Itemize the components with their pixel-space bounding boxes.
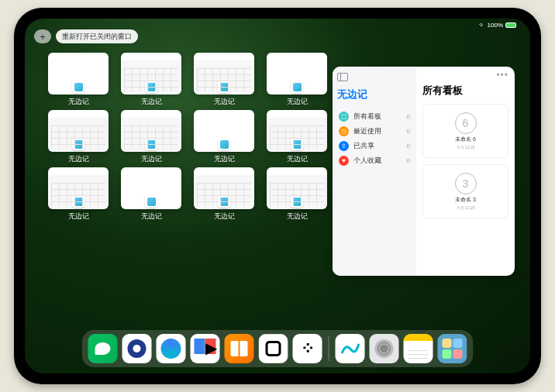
board-name: 未命名 6 — [455, 136, 476, 143]
window-label: 无边记 — [141, 211, 162, 222]
app-badge-icon — [145, 138, 157, 150]
sidebar-item[interactable]: ◷ 最近使用 0 — [337, 124, 412, 139]
sidebar-item-count: 0 — [407, 128, 410, 135]
reopen-label: 重新打开已关闭的窗口 — [62, 32, 132, 42]
window-thumbnail — [121, 167, 181, 209]
app-badge-icon — [218, 81, 230, 93]
panel-left-title: 无边记 — [337, 88, 412, 101]
screen: ᯤ 100% + 重新打开已关闭的窗口 无边记 无边记 无边记 — [25, 19, 530, 373]
panel-sidebar: 无边记 ▢ 所有看板 0 ◷ 最近使用 0 ⇧ 已共享 0 ♥ 个人收藏 0 — [333, 67, 416, 276]
panel-right-title: 所有看板 — [422, 84, 508, 98]
plus-icon: + — [40, 31, 46, 43]
board-card[interactable]: 6 未命名 6 今天 11:25 — [422, 104, 508, 158]
dock-app-app-library[interactable] — [438, 334, 467, 363]
app-window-tile[interactable]: 无边记 — [48, 53, 109, 107]
window-label: 无边记 — [287, 154, 308, 164]
sidebar-item-label: 已共享 — [353, 141, 374, 151]
app-badge-icon — [291, 81, 303, 93]
app-window-tile[interactable]: 无边记 — [48, 110, 109, 164]
app-window-tile[interactable]: 无边记 — [121, 53, 181, 107]
dock-app-xmind[interactable]: ⁘ — [293, 334, 322, 363]
app-window-tile[interactable]: 无边记 — [194, 167, 254, 222]
sidebar-item-icon: ⇧ — [339, 141, 349, 151]
sidebar-item-label: 所有看板 — [353, 112, 381, 122]
window-label: 无边记 — [287, 97, 308, 107]
window-thumbnail — [194, 167, 254, 209]
window-label: 无边记 — [214, 211, 235, 222]
dock-app-books[interactable] — [225, 334, 254, 363]
window-label: 无边记 — [68, 154, 89, 164]
app-badge-icon — [291, 195, 303, 208]
app-window-tile[interactable]: 无边记 — [194, 110, 254, 164]
dock-app-obsidian[interactable] — [259, 334, 288, 363]
app-window-tile[interactable]: 无边记 — [121, 167, 181, 222]
sidebar-item[interactable]: ⇧ 已共享 0 — [337, 139, 412, 153]
app-window-tile[interactable]: 无边记 — [194, 53, 254, 107]
battery-label: 100% — [488, 22, 503, 29]
new-window-button[interactable]: + — [34, 29, 51, 43]
app-badge-icon — [291, 138, 303, 150]
sidebar-item-icon: ▢ — [339, 112, 349, 122]
sidebar-item-icon: ♥ — [339, 156, 349, 166]
window-thumbnail — [48, 167, 109, 209]
dock-app-notes[interactable] — [404, 334, 433, 363]
window-thumbnail — [121, 53, 181, 95]
sidebar-item-label: 个人收藏 — [353, 156, 381, 166]
board-card[interactable]: 3 未命名 3 今天 11:25 — [422, 164, 508, 218]
app-window-tile[interactable]: 无边记 — [267, 167, 327, 222]
wifi-icon: ᯤ — [479, 22, 485, 29]
window-thumbnail — [267, 167, 327, 209]
app-badge-icon — [145, 81, 157, 93]
freeform-preview-panel[interactable]: 无边记 ▢ 所有看板 0 ◷ 最近使用 0 ⇧ 已共享 0 ♥ 个人收藏 0 •… — [333, 67, 515, 276]
window-thumbnail — [194, 53, 254, 95]
dock-app-qq-music[interactable] — [157, 334, 186, 363]
app-window-tile[interactable]: 无边记 — [121, 110, 181, 164]
dock-app-wechat[interactable] — [88, 334, 118, 363]
sidebar-item-count: 0 — [407, 143, 410, 150]
app-badge-icon — [218, 138, 230, 150]
window-thumbnail — [267, 110, 327, 152]
sidebar-item[interactable]: ♥ 个人收藏 0 — [337, 153, 412, 168]
ipad-device: ᯤ 100% + 重新打开已关闭的窗口 无边记 无边记 无边记 — [14, 8, 541, 384]
dock-app-settings[interactable] — [370, 334, 399, 363]
window-thumbnail — [267, 53, 327, 95]
app-badge-icon — [72, 81, 84, 93]
window-thumbnail — [48, 53, 109, 95]
window-label: 无边记 — [141, 154, 162, 164]
dock-app-qq-browser[interactable] — [122, 334, 152, 363]
board-thumbnail-icon: 3 — [455, 173, 477, 194]
window-label: 无边记 — [68, 211, 89, 222]
window-label: 无边记 — [214, 154, 235, 164]
window-thumbnail — [48, 110, 109, 152]
board-date: 今天 11:25 — [457, 205, 475, 210]
app-window-tile[interactable]: 无边记 — [48, 167, 109, 222]
app-badge-icon — [145, 195, 157, 208]
window-label: 无边记 — [214, 97, 235, 107]
board-name: 未命名 3 — [455, 196, 476, 204]
sidebar-item-count: 0 — [407, 113, 410, 120]
battery-icon — [505, 22, 516, 28]
sidebar-item-count: 0 — [407, 157, 410, 164]
app-badge-icon — [72, 138, 84, 150]
top-controls: + 重新打开已关闭的窗口 — [34, 29, 138, 43]
board-thumbnail-icon: 6 — [455, 112, 477, 134]
app-window-tile[interactable]: 无边记 — [267, 53, 327, 107]
dock-separator — [329, 336, 329, 361]
window-thumbnail — [194, 110, 254, 152]
more-icon[interactable]: ••• — [496, 70, 508, 81]
dock-app-tencent-video[interactable]: ▶ — [191, 334, 220, 363]
app-switcher-grid: 无边记 无边记 无边记 无边记 无边记 无边记 无边记 无边记 — [48, 53, 312, 222]
sidebar-item[interactable]: ▢ 所有看板 0 — [337, 109, 412, 124]
window-label: 无边记 — [68, 97, 89, 107]
sidebar-item-icon: ◷ — [339, 126, 349, 136]
dock-app-freeform[interactable] — [336, 334, 365, 363]
app-badge-icon — [218, 195, 230, 208]
dock: ▶⁘ — [82, 330, 474, 367]
reopen-closed-window-button[interactable]: 重新打开已关闭的窗口 — [56, 29, 138, 43]
app-badge-icon — [72, 195, 84, 208]
board-date: 今天 11:25 — [457, 145, 475, 150]
sidebar-toggle-icon[interactable] — [337, 73, 348, 81]
sidebar-item-label: 最近使用 — [353, 126, 381, 136]
panel-content: ••• 所有看板 6 未命名 6 今天 11:25 3 未命名 3 今天 11:… — [416, 67, 515, 276]
app-window-tile[interactable]: 无边记 — [267, 110, 327, 164]
